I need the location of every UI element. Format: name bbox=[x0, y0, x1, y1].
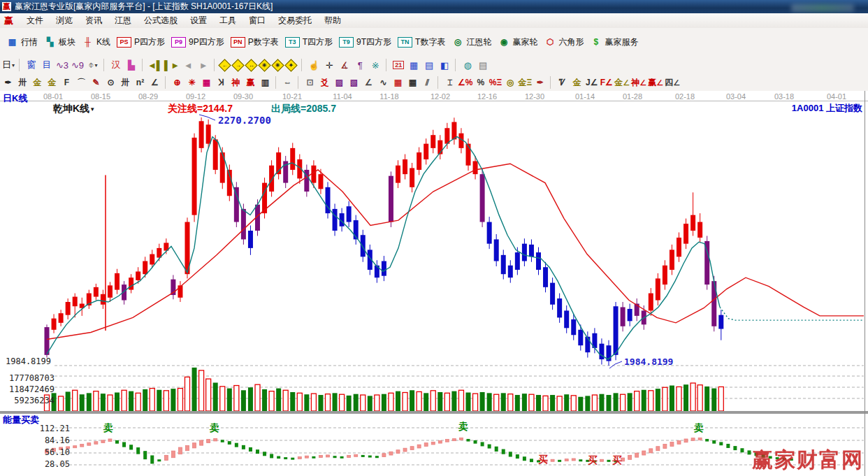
web-button[interactable]: ◍ bbox=[461, 58, 475, 72]
percent-angle-icon[interactable]: ∠% bbox=[458, 76, 472, 89]
next-button[interactable]: ► bbox=[196, 58, 210, 72]
wave3-icon[interactable]: ∿3 bbox=[55, 58, 69, 72]
winner-wheel-button[interactable]: ◉赢家轮 bbox=[498, 36, 537, 48]
mesh-icon[interactable]: ▦ bbox=[406, 76, 419, 89]
grid-ladder-icon[interactable]: 卅 bbox=[119, 76, 132, 89]
red-starburst-icon[interactable]: ✳ bbox=[185, 76, 198, 89]
sectors-button[interactable]: ▚板块 bbox=[44, 36, 75, 48]
four-angle-icon[interactable]: 四∠ bbox=[665, 76, 680, 89]
menu-item-7[interactable]: 窗口 bbox=[243, 13, 272, 28]
t-square-button[interactable]: T3T四方形 bbox=[285, 36, 333, 48]
f-ladder-icon[interactable]: F bbox=[60, 76, 73, 89]
percent-icon[interactable]: % bbox=[474, 76, 487, 89]
prev-button[interactable]: ◄ bbox=[181, 58, 195, 72]
angle-measure-button[interactable]: ∡ bbox=[338, 58, 352, 72]
bottle-tool-icon[interactable]: ⌽▾ bbox=[86, 58, 100, 72]
v-tool-icon[interactable]: Ꮴ bbox=[556, 76, 569, 89]
h-span-icon[interactable]: ⇔ bbox=[281, 76, 294, 89]
scale-tool-icon[interactable]: ⌶ bbox=[443, 76, 456, 89]
arc-tool-icon[interactable]: ⌒ bbox=[75, 76, 88, 89]
last-page-button[interactable]: ▌► bbox=[164, 58, 180, 72]
color-chart-icon[interactable]: ▙ bbox=[124, 58, 138, 72]
slow-ma-line bbox=[47, 164, 864, 339]
pen-ladder-icon[interactable]: ✎ bbox=[89, 76, 103, 89]
ladder-tool-icon[interactable]: 卅 bbox=[16, 76, 29, 89]
crosshair-tool-button[interactable]: ✛ bbox=[322, 58, 336, 72]
period-day-button[interactable]: 日▾ bbox=[1, 58, 15, 72]
t9-square-button[interactable]: T99T四方形 bbox=[339, 36, 391, 48]
purple-box2-icon[interactable]: ▧ bbox=[347, 76, 361, 89]
gold-levels-icon[interactable]: 金Ξ bbox=[518, 76, 532, 89]
window-layout-icon[interactable]: 窗 bbox=[24, 58, 38, 72]
trend-lines-icon[interactable]: ∠ bbox=[362, 76, 375, 89]
list-view-icon[interactable]: 目 bbox=[40, 58, 54, 72]
zigzag-icon[interactable]: ∿ bbox=[377, 76, 390, 89]
purple-tool-button[interactable]: ¶ bbox=[353, 58, 367, 72]
hand-tool-button[interactable]: ☝ bbox=[307, 58, 321, 72]
win-grid-icon[interactable]: 赢 bbox=[244, 76, 257, 89]
menu-item-4[interactable]: 公式选股 bbox=[138, 13, 184, 28]
gann-star-button[interactable]: ✳ bbox=[258, 59, 270, 71]
hexagon-button[interactable]: ⬡六角形 bbox=[544, 36, 584, 48]
gold-angle-icon[interactable]: 金∠ bbox=[614, 76, 630, 89]
main-chart[interactable]: 2270.27001984.8199卖卖卖卖买买买 bbox=[0, 91, 868, 476]
gann-both-button[interactable]: ↔ bbox=[245, 59, 257, 71]
p-table-button[interactable]: PNP数字表 bbox=[231, 36, 279, 48]
angle-icon[interactable]: ∠ bbox=[148, 76, 161, 89]
menu-item-8[interactable]: 交易委托 bbox=[272, 13, 318, 28]
gold-circle-icon[interactable]: ◎ bbox=[503, 76, 516, 89]
red-circle-cross-icon[interactable]: ⊕ bbox=[171, 76, 184, 89]
calendar-button[interactable]: 21 bbox=[391, 58, 405, 72]
save-button[interactable]: ◧ bbox=[437, 58, 451, 72]
calculator-button[interactable]: ▦ bbox=[407, 58, 421, 72]
red-mesh-icon[interactable]: ▦ bbox=[391, 76, 405, 89]
f-angle-icon[interactable]: F∠ bbox=[600, 76, 613, 89]
red-grid-icon[interactable]: ▦ bbox=[200, 76, 213, 89]
menu-item-1[interactable]: 浏览 bbox=[50, 13, 79, 28]
pen-tool-icon[interactable]: ✒ bbox=[1, 76, 15, 89]
red-pen-icon[interactable]: ✒ bbox=[533, 76, 547, 89]
indicator-mark bbox=[361, 455, 365, 457]
n-square-icon[interactable]: n² bbox=[133, 76, 147, 89]
title-bar[interactable]: 赢 赢家江恩专业版[赢家内部服务平台] - [上证指数 SH1A0001-167… bbox=[0, 0, 868, 13]
shen-grid-icon[interactable]: 神 bbox=[229, 76, 243, 89]
chinese-marker-icon[interactable]: 汉 bbox=[109, 58, 123, 72]
menu-item-6[interactable]: 工具 bbox=[213, 13, 243, 28]
gann-right-button[interactable]: → bbox=[231, 59, 244, 71]
shen-angle-icon[interactable]: 神∠ bbox=[631, 76, 646, 89]
teal-tool-button[interactable]: ※ bbox=[368, 58, 382, 72]
document-button[interactable]: ▤ bbox=[422, 58, 436, 72]
gold-ladder-icon[interactable]: 金 bbox=[31, 76, 44, 89]
cycle-tool-icon[interactable]: ⊙ bbox=[104, 76, 117, 89]
pane-separator[interactable] bbox=[0, 411, 868, 414]
menu-item-3[interactable]: 江恩 bbox=[108, 13, 138, 28]
t-table-button[interactable]: TNT数字表 bbox=[398, 36, 445, 48]
gann-left-button[interactable]: ← bbox=[218, 59, 231, 71]
menu-item-5[interactable]: 设置 bbox=[184, 13, 213, 28]
j-angle-icon[interactable]: J∠ bbox=[585, 76, 598, 89]
percent-levels-icon[interactable]: %Ξ bbox=[489, 76, 502, 89]
ruler123-icon[interactable]: ▥ bbox=[259, 76, 272, 89]
p9-square-button[interactable]: P99P四方形 bbox=[171, 36, 224, 48]
menu-item-2[interactable]: 资讯 bbox=[79, 13, 108, 28]
wave9-icon[interactable]: ∿9 bbox=[71, 58, 85, 72]
win-angle-icon[interactable]: 赢∠ bbox=[648, 76, 663, 89]
menu-item-9[interactable]: 帮助 bbox=[318, 13, 347, 28]
menu-item-0[interactable]: 文件 bbox=[20, 13, 50, 28]
winner-service-button[interactable]: $赢家服务 bbox=[590, 36, 638, 48]
parallel-icon[interactable]: ⫽ bbox=[421, 76, 434, 89]
gann-wheel-button[interactable]: ◎江恩轮 bbox=[451, 36, 491, 48]
gann-plain-button[interactable]: ✦ bbox=[284, 59, 297, 71]
purple-box-icon[interactable]: ▨ bbox=[333, 76, 346, 89]
fan-lines-icon[interactable]: 爻 bbox=[318, 76, 331, 89]
gann-star2-button[interactable]: ✳ bbox=[271, 59, 284, 71]
print-button[interactable]: ▤ bbox=[476, 58, 490, 72]
first-page-button[interactable]: ◄▌ bbox=[147, 58, 163, 72]
k-mark-icon[interactable]: Ʞ bbox=[215, 76, 228, 89]
box-tool-icon[interactable]: ⊡ bbox=[303, 76, 317, 89]
gold-line-icon[interactable]: 金 bbox=[570, 76, 584, 89]
p-square-button[interactable]: PSP四方形 bbox=[117, 36, 165, 48]
quotes-button[interactable]: ▦行情 bbox=[6, 36, 38, 48]
gold-ladder2-icon[interactable]: 金 bbox=[45, 76, 59, 89]
kline-button[interactable]: ╫K线 bbox=[82, 36, 110, 48]
